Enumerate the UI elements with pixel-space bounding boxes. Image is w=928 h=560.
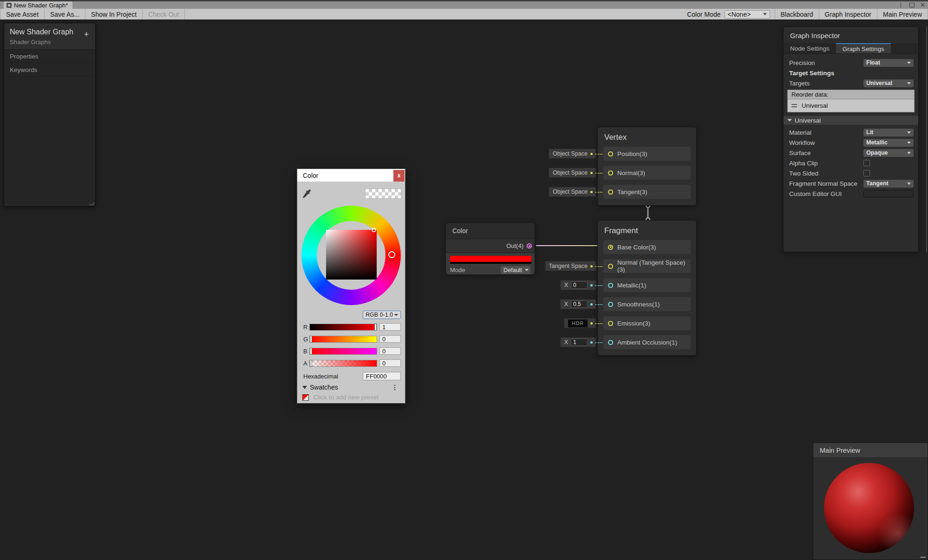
foldout-triangle-icon[interactable] bbox=[302, 386, 307, 389]
saturation-value-marker[interactable] bbox=[372, 228, 376, 232]
window-menu-icon[interactable]: ⋮ bbox=[898, 1, 904, 8]
red-slider[interactable] bbox=[309, 324, 377, 331]
saturation-value-box[interactable] bbox=[326, 230, 377, 280]
tangent-space-chip[interactable]: Object Space bbox=[549, 187, 596, 197]
tab-node-settings[interactable]: Node Settings bbox=[784, 43, 836, 53]
fragment-row-emission[interactable]: HDR Emission(3) bbox=[603, 316, 691, 330]
emission-port[interactable] bbox=[608, 321, 613, 326]
blackboard-section-properties[interactable]: Properties bbox=[4, 50, 95, 63]
smoothness-port[interactable] bbox=[608, 302, 613, 307]
hue-marker[interactable] bbox=[388, 251, 395, 258]
blue-slider-handle[interactable] bbox=[310, 348, 312, 355]
color-mode-dropdown[interactable]: <None> bbox=[725, 10, 770, 19]
show-in-project-button[interactable]: Show In Project bbox=[85, 9, 143, 20]
save-asset-button[interactable]: Save Asset bbox=[0, 9, 45, 20]
tab-graph-settings[interactable]: Graph Settings bbox=[836, 43, 891, 53]
fragment-row-metallic[interactable]: X 0 Metallic(1) bbox=[603, 278, 691, 292]
blue-value-field[interactable]: 0 bbox=[379, 347, 401, 355]
inspector-tabs: Node Settings Graph Settings bbox=[784, 43, 918, 54]
hexadecimal-field[interactable]: FF0000 bbox=[363, 372, 401, 380]
ao-value-chip[interactable]: X 1 bbox=[560, 337, 596, 347]
swatches-menu-icon[interactable]: ⋮ bbox=[392, 384, 401, 391]
main-preview-resize-handle[interactable] bbox=[921, 557, 926, 558]
main-preview-header[interactable]: Main Preview bbox=[813, 443, 928, 458]
ao-value-field[interactable]: 1 bbox=[571, 339, 588, 346]
normal-port[interactable] bbox=[608, 264, 613, 269]
blackboard-toggle-button[interactable]: Blackboard bbox=[775, 9, 819, 20]
blackboard-section-keywords[interactable]: Keywords bbox=[4, 63, 95, 77]
vertex-row-tangent[interactable]: Object Space Tangent(3) bbox=[603, 185, 691, 199]
fragment-normal-space-dropdown[interactable]: Tangent bbox=[863, 180, 914, 188]
blackboard-resize-handle[interactable] bbox=[89, 202, 94, 205]
red-slider-handle[interactable] bbox=[374, 324, 377, 331]
preview-sphere[interactable] bbox=[824, 463, 914, 553]
fragment-row-smoothness[interactable]: X 0.5 Smoothness(1) bbox=[603, 297, 691, 311]
color-mode-dropdown-rgb[interactable]: RGB 0-1.0 bbox=[363, 311, 401, 319]
custom-editor-gui-field[interactable] bbox=[863, 190, 914, 197]
targets-value: Universal bbox=[866, 80, 892, 86]
green-slider-handle[interactable] bbox=[310, 336, 312, 343]
eyedropper-icon[interactable] bbox=[302, 189, 312, 200]
add-property-button[interactable]: + bbox=[82, 30, 91, 39]
tab-new-shader-graph[interactable]: New Shader Graph* bbox=[4, 1, 72, 9]
vertex-row-normal[interactable]: Object Space Normal(3) bbox=[603, 166, 691, 180]
color-dialog-titlebar[interactable]: Color x bbox=[297, 169, 405, 182]
normal-space-chip[interactable]: Tangent Space bbox=[545, 261, 596, 271]
fragment-row-normal[interactable]: Tangent Space Normal (Tangent Space)(3) bbox=[603, 259, 691, 273]
save-as-button[interactable]: Save As... bbox=[45, 9, 85, 20]
red-value-field[interactable]: 1 bbox=[379, 323, 401, 331]
metallic-value-chip[interactable]: X 0 bbox=[560, 280, 596, 290]
close-icon[interactable]: x bbox=[393, 170, 405, 182]
fragment-normal-space-label: Fragment Normal Space bbox=[789, 180, 863, 187]
add-preset-row[interactable]: Click to add new preset bbox=[302, 394, 401, 401]
green-value-field[interactable]: 0 bbox=[379, 335, 401, 343]
hdr-badge[interactable]: HDR bbox=[568, 319, 588, 327]
precision-dropdown[interactable]: Float bbox=[863, 59, 914, 67]
two-sided-checkbox[interactable] bbox=[863, 170, 870, 176]
alpha-clip-checkbox[interactable] bbox=[863, 160, 870, 166]
alpha-slider[interactable] bbox=[309, 360, 377, 367]
fragment-node[interactable]: Fragment Base Color(3) Tangent Space Nor… bbox=[597, 220, 697, 356]
base-color-port[interactable] bbox=[608, 245, 613, 250]
alpha-value-field[interactable]: 0 bbox=[379, 359, 401, 367]
blue-slider[interactable] bbox=[309, 348, 377, 355]
blue-label: B bbox=[303, 348, 309, 355]
color-node[interactable]: Color Out(4) Mode Default bbox=[445, 222, 535, 274]
alpha-label: A bbox=[303, 360, 309, 367]
maximize-icon[interactable] bbox=[909, 3, 915, 7]
alpha-slider-handle[interactable] bbox=[310, 360, 312, 367]
out-port[interactable] bbox=[527, 243, 532, 248]
color-node-swatch[interactable] bbox=[450, 256, 531, 262]
position-space-chip[interactable]: Object Space bbox=[549, 149, 596, 159]
universal-foldout[interactable]: Universal bbox=[784, 115, 918, 125]
ambient-occlusion-port[interactable] bbox=[608, 340, 613, 345]
vertex-node[interactable]: Vertex Object Space Position(3) Object S… bbox=[597, 127, 697, 206]
fragment-row-base-color[interactable]: Base Color(3) bbox=[603, 240, 691, 254]
fragment-row-ambient-occlusion[interactable]: X 1 Ambient Occlusion(1) bbox=[603, 335, 691, 349]
inspector-scrollbar[interactable] bbox=[926, 26, 927, 252]
material-value: Lit bbox=[866, 129, 873, 136]
fragment-normal-space-row: Fragment Normal Space Tangent bbox=[784, 178, 918, 189]
emission-hdr-chip[interactable]: HDR bbox=[564, 318, 596, 328]
drag-handle-icon[interactable] bbox=[791, 104, 797, 107]
graph-inspector-toggle-button[interactable]: Graph Inspector bbox=[819, 9, 877, 20]
normal-space-chip[interactable]: Object Space bbox=[549, 168, 596, 178]
material-dropdown[interactable]: Lit bbox=[863, 129, 914, 137]
close-icon[interactable]: ✕ bbox=[920, 1, 925, 8]
tangent-port[interactable] bbox=[608, 189, 613, 195]
surface-dropdown[interactable]: Opaque bbox=[863, 149, 914, 157]
main-preview-toggle-button[interactable]: Main Preview bbox=[877, 9, 928, 20]
smoothness-value-field[interactable]: 0.5 bbox=[571, 300, 588, 308]
metallic-port[interactable] bbox=[608, 283, 613, 288]
workflow-dropdown[interactable]: Metallic bbox=[863, 139, 914, 147]
metallic-value-field[interactable]: 0 bbox=[571, 281, 588, 289]
mode-dropdown[interactable]: Default bbox=[501, 266, 530, 274]
reorder-item-universal[interactable]: Universal bbox=[788, 99, 914, 112]
normal-port[interactable] bbox=[608, 170, 613, 176]
swatches-label[interactable]: Swatches bbox=[310, 384, 392, 391]
smoothness-value-chip[interactable]: X 0.5 bbox=[560, 299, 596, 309]
green-slider[interactable] bbox=[309, 336, 377, 343]
vertex-row-position[interactable]: Object Space Position(3) bbox=[603, 147, 691, 161]
position-port[interactable] bbox=[608, 151, 613, 156]
targets-dropdown[interactable]: Universal bbox=[863, 79, 914, 87]
